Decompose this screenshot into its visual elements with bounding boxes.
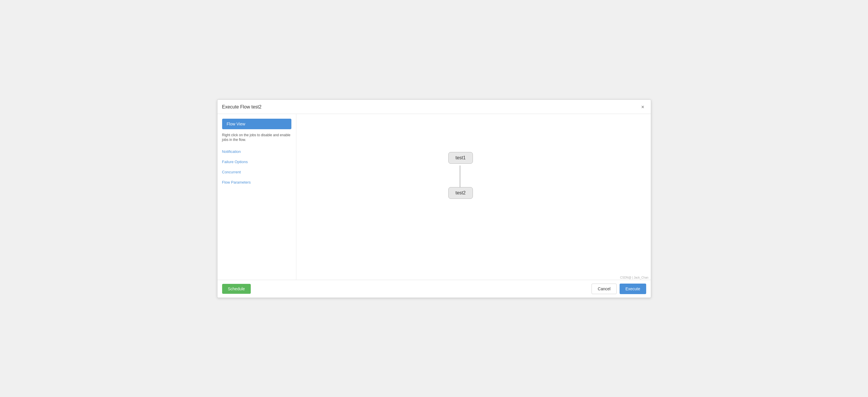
schedule-button[interactable]: Schedule — [222, 284, 251, 294]
connector-line — [460, 165, 460, 187]
flow-view-button[interactable]: Flow View — [222, 119, 291, 129]
flow-node-test1-label: test1 — [456, 155, 466, 160]
dialog-title: Execute Flow test2 — [222, 104, 261, 110]
nav-link-flow-parameters[interactable]: Flow Parameters — [217, 178, 296, 187]
cancel-button[interactable]: Cancel — [591, 283, 617, 294]
close-button[interactable]: × — [640, 104, 646, 110]
right-panel: test1 test2 CSDN@ | Jack_Chan — [296, 114, 651, 280]
hint-text: Right click on the jobs to disable and e… — [217, 133, 296, 147]
dialog-header: Execute Flow test2 × — [217, 100, 651, 114]
nav-link-notification[interactable]: Notification — [217, 147, 296, 156]
nav-link-concurrent[interactable]: Concurrent — [217, 167, 296, 177]
execute-flow-dialog: Execute Flow test2 × Flow View Right cli… — [217, 99, 651, 298]
footer-right-buttons: Cancel Execute — [591, 283, 646, 294]
watermark: CSDN@ | Jack_Chan — [620, 276, 649, 279]
nav-link-failure-options[interactable]: Failure Options — [217, 157, 296, 166]
flow-node-test2-label: test2 — [456, 190, 466, 195]
flow-node-test2[interactable]: test2 — [448, 187, 473, 199]
dialog-footer: Schedule Cancel Execute — [217, 280, 651, 298]
flow-canvas: test1 test2 — [296, 114, 651, 280]
dialog-body: Flow View Right click on the jobs to dis… — [217, 114, 651, 280]
execute-button[interactable]: Execute — [620, 283, 646, 294]
flow-node-test1[interactable]: test1 — [448, 152, 473, 164]
left-panel: Flow View Right click on the jobs to dis… — [217, 114, 296, 280]
